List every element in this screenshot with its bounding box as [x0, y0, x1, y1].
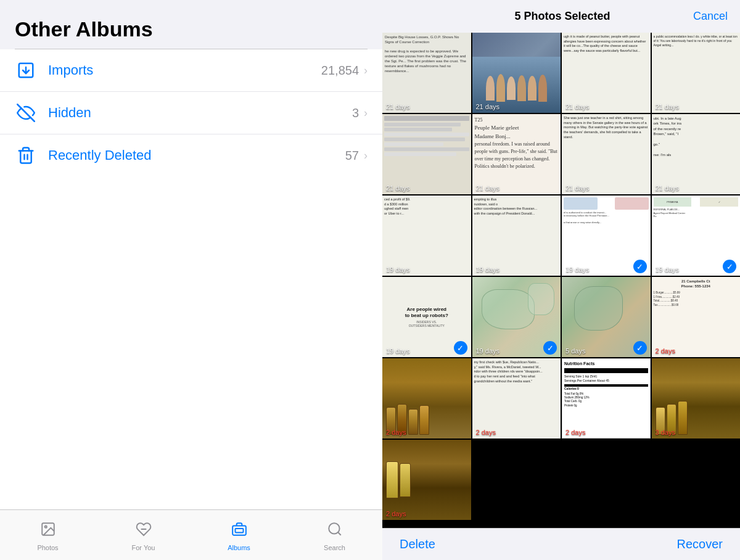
photo-label-13: 19 days: [386, 347, 410, 355]
select-check-13: ✓: [454, 341, 467, 355]
svg-rect-8: [232, 526, 246, 535]
album-list: Imports 21,854 › Hidden 3 ›: [0, 49, 382, 509]
photo-label-1: 21 days: [386, 103, 410, 110]
album-item-recently-deleted[interactable]: Recently Deleted 57 ›: [0, 134, 382, 176]
left-panel: Other Albums Imports 21,854 ›: [0, 0, 382, 560]
photo-label-15: 5 days: [565, 347, 585, 355]
left-header: Other Albums: [0, 0, 382, 49]
photo-cell-21[interactable]: 2 days: [382, 440, 471, 520]
select-check-14: ✓: [543, 341, 557, 355]
hidden-label: Hidden: [48, 105, 352, 121]
tab-for-you[interactable]: For You: [96, 515, 191, 558]
photo-label-4: 21 days: [656, 103, 680, 110]
tab-search[interactable]: Search: [287, 515, 382, 558]
tab-bar: Photos For You Albums: [0, 509, 382, 560]
photo-label-17: 2 days: [386, 429, 406, 436]
select-check-12: ✓: [723, 260, 736, 273]
albums-tab-icon: [231, 521, 247, 541]
hidden-count: 3: [352, 106, 359, 120]
photo-label-8: 21 days: [656, 184, 680, 192]
photo-label-6: 21 days: [476, 184, 500, 192]
photo-cell-13[interactable]: Are people wiredto beat up robots? INSID…: [382, 277, 471, 357]
recover-button[interactable]: Recover: [677, 537, 723, 551]
photo-cell-4[interactable]: a public accommodation less I do. y whit…: [652, 33, 741, 113]
photo-cell-1[interactable]: Despite Big House Losses, G.O.P. Shows N…: [382, 33, 471, 113]
import-icon: [15, 59, 37, 81]
photo-cell-12[interactable]: PRIMERA ✓ REFERRAL PLAN DE... Agent Repo…: [652, 196, 741, 276]
photo-label-7: 21 days: [565, 184, 590, 192]
photo-cell-10[interactable]: empting to illusnutdown, said oeditor co…: [472, 196, 561, 276]
select-check-11: ✓: [633, 260, 647, 273]
album-item-imports[interactable]: Imports 21,854 ›: [0, 49, 382, 92]
tab-photos[interactable]: Photos: [0, 515, 96, 558]
recently-deleted-count: 57: [345, 149, 359, 163]
delete-button[interactable]: Delete: [400, 537, 435, 551]
for-you-tab-icon: [136, 521, 152, 541]
photo-label-9: 19 days: [386, 266, 410, 273]
photo-label-20: 3 days: [656, 429, 675, 436]
selection-title: 5 Photos Selected: [432, 10, 693, 23]
search-tab-icon: [327, 521, 343, 541]
select-check-15: ✓: [633, 341, 647, 355]
svg-line-11: [338, 532, 341, 535]
album-item-hidden[interactable]: Hidden 3 ›: [0, 92, 382, 134]
albums-tab-label: Albums: [228, 544, 250, 551]
for-you-tab-label: For You: [132, 544, 155, 551]
search-tab-label: Search: [324, 544, 345, 551]
photo-cell-8[interactable]: ubt. In a late Augork Times, for insof t…: [652, 114, 741, 194]
photo-cell-19[interactable]: Nutrition Facts Serving Size 1 tsp (5ml)…: [562, 358, 651, 439]
photo-label-14: 19 days: [476, 347, 500, 355]
photo-cell-5[interactable]: 21 days: [382, 114, 471, 194]
photo-label-12: 19 days: [656, 266, 680, 273]
photo-cell-6[interactable]: T25 Peuple Marie geleetMadame Bonj... pe…: [472, 114, 561, 194]
recently-deleted-label: Recently Deleted: [48, 147, 345, 163]
photo-cell-9[interactable]: ced a profit of $9.d a $300 millionughed…: [382, 196, 471, 276]
svg-point-10: [329, 523, 339, 533]
photo-label-18: 2 days: [476, 429, 496, 436]
photo-label-3: 21 days: [565, 103, 590, 110]
tab-albums[interactable]: Albums: [191, 515, 287, 558]
page-title: Other Albums: [15, 17, 368, 41]
photo-cell-18[interactable]: my first check with $ue, Republican Nati…: [472, 358, 561, 439]
right-panel: 5 Photos Selected Cancel Despite Big Hou…: [382, 0, 740, 560]
svg-point-6: [44, 526, 46, 528]
svg-rect-9: [235, 529, 243, 533]
photo-grid: Despite Big House Losses, G.O.P. Shows N…: [382, 33, 740, 528]
photo-cell-2[interactable]: 21 days: [472, 33, 561, 113]
photo-label-19: 2 days: [565, 429, 585, 436]
photo-label-11: 19 days: [565, 266, 590, 273]
right-bottom-bar: Delete Recover: [382, 528, 740, 560]
imports-chevron: ›: [364, 64, 368, 77]
photos-tab-label: Photos: [37, 544, 58, 551]
photo-label-10: 19 days: [476, 266, 500, 273]
hidden-chevron: ›: [364, 107, 368, 120]
right-header: 5 Photos Selected Cancel: [382, 0, 740, 33]
photo-cell-20[interactable]: 3 days: [652, 358, 741, 439]
hidden-icon: [15, 102, 37, 124]
recently-deleted-chevron: ›: [364, 149, 368, 162]
photo-cell-3[interactable]: ugh it is made of peanut butter, people …: [562, 33, 651, 113]
imports-count: 21,854: [321, 64, 359, 78]
photo-cell-17[interactable]: 2 days: [382, 358, 471, 439]
photo-cell-14[interactable]: 19 days ✓: [472, 277, 561, 357]
imports-label: Imports: [48, 62, 321, 78]
photo-label-2: 21 days: [476, 103, 500, 110]
photo-cell-15[interactable]: 5 days ✓: [562, 277, 651, 357]
photo-cell-7[interactable]: She was just one teacher in a red shirt,…: [562, 114, 651, 194]
photo-cell-16[interactable]: 21 Campbells CtPhone: 555-1234 1 Burger.…: [652, 277, 741, 357]
photo-label-5: 21 days: [386, 184, 410, 192]
trash-icon: [15, 144, 37, 167]
photo-label-16: 2 days: [656, 347, 675, 355]
photos-tab-icon: [40, 521, 56, 541]
photo-label-21: 2 days: [386, 510, 406, 517]
cancel-button[interactable]: Cancel: [693, 10, 728, 23]
photo-cell-11[interactable]: el is authorized to conduct the investi.…: [562, 196, 651, 276]
